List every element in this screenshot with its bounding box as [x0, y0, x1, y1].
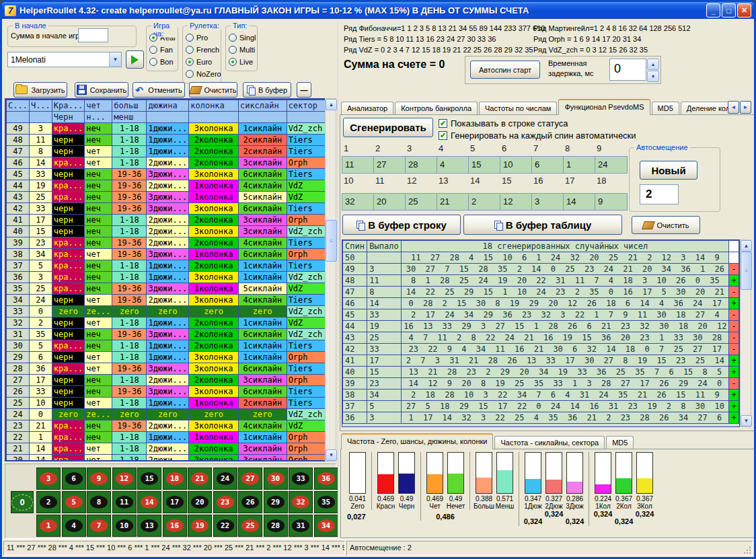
strip-cell[interactable]: 11	[342, 157, 374, 173]
collapse-button[interactable]: —	[297, 82, 311, 98]
freq-tab-1[interactable]: Частота - Zero, шансы, дюжины, колонки	[341, 433, 493, 449]
board-cell[interactable]: 16	[163, 515, 187, 537]
radio-french[interactable]: French	[186, 44, 221, 56]
board-cell[interactable]: 12	[112, 468, 137, 490]
scroll-down-icon[interactable]: ▼	[326, 449, 337, 461]
table-row[interactable]: 2014кра...чет1-182дюжи...2колонка3сиклай…	[7, 455, 335, 462]
table-row[interactable]: 322чернчет1-181дюжи...2колонка1сиклайнVd…	[7, 318, 335, 329]
board-cell[interactable]: 29	[264, 491, 288, 513]
table-row[interactable]: 5011 27 28 4 15 10 6 1 24 32 20 25 21 2 …	[343, 252, 739, 264]
board-cell[interactable]: 32	[289, 491, 313, 513]
minimize-icon[interactable]: _	[706, 3, 720, 17]
table-row[interactable]: 49330 27 7 15 28 35 2 14 0 25 23 24 21 2…	[343, 264, 739, 275]
table-row[interactable]: 41172 7 3 31 21 28 26 13 33 17 30 27 8 1…	[343, 355, 739, 367]
table-row[interactable]: 3525кра...неч19-363дюжи...1колонка5сикла…	[7, 283, 335, 295]
spin-up-icon[interactable]: ▲	[647, 59, 659, 70]
table-row[interactable]: 4614кра...чет1-182дюжи...2колонка3сиклай…	[7, 157, 335, 169]
board-cell[interactable]: 3	[36, 468, 61, 490]
board-cell[interactable]: 10	[112, 515, 137, 537]
table-row[interactable]: 43254 7 11 2 8 22 24 21 16 19 15 36 20 2…	[343, 332, 739, 344]
strip-cell[interactable]: 10	[500, 157, 532, 173]
table-row[interactable]: 3424чернчет19-362дюжи...3колонка4сиклайн…	[7, 295, 335, 306]
board-cell-zero[interactable]: 0	[11, 491, 34, 513]
generated-column-header[interactable]: 18 сгенерированных случайных чисел	[402, 241, 729, 252]
board-cell[interactable]: 22	[213, 515, 237, 537]
generated-table-scrollbar[interactable]: ▲ ≡ ▼	[740, 239, 751, 427]
title-bar[interactable]: 7 HelperRoullet 4.32- create helperroull…	[2, 2, 754, 19]
checkbox-checked-icon[interactable]	[439, 131, 447, 140]
board-cell[interactable]: 36	[314, 468, 338, 490]
resize-grip-icon[interactable]	[743, 546, 751, 554]
table-row[interactable]: 240zeroze...zerozerozerozeroVdZ_zch	[7, 409, 335, 420]
board-cell[interactable]: 35	[314, 491, 338, 513]
radio-euro[interactable]: Euro	[186, 56, 221, 68]
history-table-scrollbar[interactable]: ▲ ≡ ▼	[325, 98, 336, 461]
strip-cell[interactable]: 9	[595, 194, 627, 210]
radio-singl[interactable]: Singl	[229, 32, 257, 44]
history-column-header[interactable]	[147, 112, 189, 123]
history-column-header[interactable]: С...	[7, 100, 30, 112]
history-column-header[interactable]: Ч...	[29, 100, 52, 112]
scroll-thumb[interactable]: ≡	[326, 220, 337, 262]
board-cell[interactable]: 8	[87, 491, 111, 513]
copy-table-button[interactable]: В буфер таблицу	[463, 215, 622, 235]
board-cell[interactable]: 14	[137, 491, 161, 513]
board-cell[interactable]: 30	[264, 468, 288, 490]
strip-cell[interactable]: 14	[564, 194, 595, 210]
strip-cell[interactable]: 1	[564, 157, 595, 173]
history-column-header[interactable]: Кра...	[52, 100, 84, 112]
strip-cell[interactable]: 6	[532, 157, 564, 173]
spin-down-icon[interactable]: ▼	[647, 71, 659, 82]
radio-nozero[interactable]: NoZero	[186, 68, 221, 80]
table-row[interactable]: 3834кра...чет19-363дюжи...1колонка6сикла…	[7, 249, 335, 260]
board-cell[interactable]: 33	[289, 468, 313, 490]
strip-cell[interactable]: 27	[374, 157, 406, 173]
board-cell[interactable]: 6	[62, 468, 86, 490]
chevron-down-icon[interactable]: ▼	[109, 52, 121, 67]
main-tab-4[interactable]: Функционал PsevdoMS	[558, 99, 650, 115]
toolbar-undo-button[interactable]: ↶Отменить	[133, 82, 185, 98]
strip-cell[interactable]: 32	[342, 194, 374, 210]
history-column-header[interactable]: менш	[112, 112, 147, 123]
radio-live[interactable]: Live	[229, 56, 257, 68]
table-row[interactable]: 37527 5 18 29 15 17 22 0 24 14 16 31 23 …	[343, 401, 739, 412]
table-row[interactable]: 2836кра...чет19-363дюжи...3колонка6сикла…	[7, 363, 335, 375]
board-cell[interactable]: 9	[87, 468, 111, 490]
table-row[interactable]: 3631 17 14 32 3 22 25 4 35 36 21 2 23 28…	[343, 412, 739, 424]
board-cell[interactable]: 28	[264, 515, 288, 537]
scroll-up-icon[interactable]: ▲	[741, 240, 752, 252]
autoshift-input[interactable]: 2	[640, 184, 679, 204]
table-row[interactable]: 305кра...неч1-181дюжи...2колонка1сиклайн…	[7, 340, 335, 352]
table-row[interactable]: 2717черннеч1-182дюжи...2колонка3сиклайнO…	[7, 375, 335, 386]
table-row[interactable]: 4419кра...неч19-362дюжи...1колонка4сикла…	[7, 180, 335, 192]
history-column-header[interactable]	[238, 112, 287, 123]
board-cell[interactable]: 15	[137, 468, 161, 490]
table-row[interactable]: 47814 22 25 29 15 1 10 24 23 2 35 0 16 1…	[343, 287, 739, 298]
main-tab-2[interactable]: Контроль банкролла	[395, 102, 478, 115]
board-cell[interactable]: 5	[62, 491, 86, 513]
board-cell[interactable]: 20	[188, 491, 212, 513]
board-cell[interactable]: 1	[36, 515, 61, 537]
table-row[interactable]: 2633черннеч19-363дюжи...3колонка6сиклайн…	[7, 386, 335, 398]
strip-cell[interactable]: 2	[469, 194, 500, 210]
table-row[interactable]: 2321кра...неч19-362дюжи...3колонка4сикла…	[7, 420, 335, 432]
generated-column-header[interactable]: Выпало	[367, 241, 402, 252]
table-row[interactable]: 4533черннеч19-363дюжи...3колонка6сиклайн…	[7, 169, 335, 180]
table-row[interactable]: 48118 1 28 25 24 19 20 22 31 11 7 4 18 3…	[343, 275, 739, 287]
autospin-start-button[interactable]: Автоспин старт	[470, 61, 540, 79]
copy-row-button[interactable]: В буфер строку	[342, 215, 461, 235]
strip-cell[interactable]: 12	[500, 194, 532, 210]
start-sum-input[interactable]	[78, 28, 108, 42]
radio-bon[interactable]: Bon	[149, 56, 178, 68]
table-row[interactable]: 38342 18 28 10 3 22 34 7 6 4 31 24 35 21…	[343, 389, 739, 401]
scroll-down-icon[interactable]: ▼	[741, 415, 752, 426]
radio-fan[interactable]: Fan	[149, 44, 178, 56]
strip-cell[interactable]: 4	[437, 157, 469, 173]
toolbar-brush-button[interactable]: Очистить	[189, 82, 237, 98]
board-cell[interactable]: 27	[238, 468, 262, 490]
freq-tab-3[interactable]: MD5	[606, 436, 634, 449]
table-row[interactable]: 4233черннеч19-363дюжи...3колонка6сиклайн…	[7, 203, 335, 215]
table-row[interactable]: 3923кра...неч19-362дюжи...2колонка4сикла…	[7, 237, 335, 249]
table-row[interactable]: 4015черннеч1-182дюжи...3колонка3сиклайнV…	[7, 226, 335, 237]
board-cell[interactable]: 34	[314, 515, 338, 537]
